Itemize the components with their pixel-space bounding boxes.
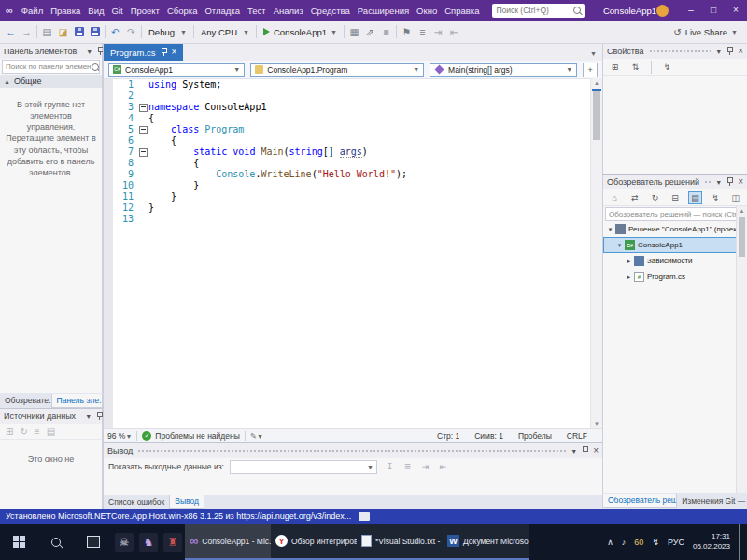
menu-item-11[interactable]: Окно (413, 6, 441, 16)
menu-item-7[interactable]: Тест (244, 6, 270, 16)
solution-search-input[interactable]: Обозреватель решений — поиск (Ctrl+» (605, 207, 745, 221)
drag-grip[interactable] (704, 180, 711, 184)
pinned-app-1-icon[interactable]: ☠ (112, 524, 136, 560)
drag-grip[interactable] (137, 449, 566, 453)
pin-icon[interactable] (726, 47, 733, 56)
right-tab-1[interactable]: Изменения Git — п... (677, 495, 747, 508)
task-view-button[interactable] (75, 524, 112, 560)
tree-item[interactable]: ▸Зависимости (603, 253, 737, 269)
bottom-tab-0[interactable]: Список ошибок (104, 496, 169, 509)
save-icon[interactable] (71, 24, 87, 40)
taskbar-app-visual-studio[interactable]: ∞ConsoleApp1 - Mic... (185, 524, 271, 560)
menu-item-8[interactable]: Анализ (270, 6, 307, 16)
pin-icon[interactable] (161, 48, 167, 57)
refresh-icon[interactable]: ↻ (648, 191, 662, 204)
breakpoint-margin[interactable] (104, 180, 113, 191)
tab-program-cs[interactable]: Program.cs × (104, 44, 183, 61)
close-icon[interactable]: × (593, 446, 599, 455)
expander-icon[interactable]: ▾ (615, 242, 624, 249)
pin-icon[interactable] (96, 412, 103, 421)
menu-item-6[interactable]: Отладка (201, 6, 244, 16)
refresh-icon[interactable]: ↻ (20, 427, 27, 437)
taskbar-search-button[interactable] (37, 524, 75, 560)
menu-item-3[interactable]: Git (107, 6, 126, 16)
code-text[interactable]: } (148, 191, 176, 203)
breakpoint-margin[interactable] (104, 169, 113, 180)
language-indicator[interactable]: РУС (668, 538, 684, 547)
start-button[interactable] (0, 524, 37, 560)
menu-item-4[interactable]: Проект (127, 6, 163, 16)
breakpoint-margin[interactable] (104, 147, 113, 158)
code-text[interactable]: { (148, 135, 176, 147)
add-data-source-icon[interactable]: ⊞ (6, 427, 13, 437)
configure-icon[interactable]: ≡ (35, 427, 40, 437)
code-text[interactable]: { (148, 113, 154, 124)
window-position-icon[interactable]: ▼ (715, 49, 722, 55)
code-text[interactable]: namespace ConsoleApp1 (148, 102, 266, 113)
toolbox-search-input[interactable]: Поиск по панели элемен (2, 60, 100, 74)
collapse-region-icon[interactable] (139, 148, 148, 157)
solution-scrollbar[interactable]: ▲ (736, 206, 747, 493)
redo-icon[interactable]: ↷ (123, 24, 139, 40)
open-folder-icon[interactable]: ◪ (55, 24, 71, 40)
breakpoint-margin[interactable] (104, 102, 113, 113)
menu-item-12[interactable]: Справка (441, 6, 483, 16)
user-avatar[interactable] (656, 5, 669, 17)
volume-icon[interactable]: ♪ (622, 538, 627, 547)
switch-views-icon[interactable]: ⇄ (628, 191, 642, 204)
find-message-icon[interactable]: ↧ (383, 460, 397, 473)
code-cleanup-icon[interactable]: ✎ (250, 431, 257, 441)
new-project-icon[interactable]: ▤ (39, 24, 55, 40)
scrollbar-thumb[interactable] (593, 91, 600, 140)
forward-arrow-icon[interactable]: → (19, 24, 35, 40)
live-share-button[interactable]: ↺ Live Share ▼ (673, 27, 747, 37)
menu-item-1[interactable]: Правка (47, 6, 84, 16)
split-window-button[interactable]: + (583, 63, 598, 77)
show-all-files-icon[interactable]: ▤ (688, 191, 702, 204)
collapse-all-icon[interactable]: ⊟ (669, 191, 683, 204)
expander-icon[interactable]: ▸ (625, 273, 633, 281)
menu-item-0[interactable]: Файл (18, 6, 47, 16)
expander-icon[interactable]: ▾ (606, 226, 614, 233)
toolbox-group-general[interactable]: ▲ Общие (0, 75, 102, 88)
notification-center-button[interactable] (739, 524, 744, 560)
close-button[interactable]: × (725, 0, 747, 21)
clock[interactable]: 17:31 05.02.2023 (693, 532, 730, 552)
left-tab-0[interactable]: Обозревате... (0, 394, 51, 407)
type-dropdown[interactable]: ConsoleApp1.Program ▼ (250, 63, 424, 77)
categorized-icon[interactable]: ⊞ (608, 61, 622, 74)
code-text[interactable]: using System; (148, 79, 221, 91)
taskbar-app-notepad[interactable]: *Visual Studio.txt - ... (357, 524, 443, 560)
property-pages-icon[interactable]: ↯ (660, 61, 674, 74)
breakpoint-margin[interactable] (104, 79, 113, 91)
close-tab-icon[interactable]: × (172, 48, 177, 57)
spaces-indicator[interactable]: Пробелы (518, 431, 552, 441)
scrollbar-thumb[interactable] (739, 217, 745, 257)
pin-icon[interactable] (726, 177, 733, 187)
breakpoint-margin[interactable] (104, 158, 113, 169)
back-arrow-icon[interactable]: ← (3, 24, 19, 40)
collapse-region-icon[interactable] (139, 104, 148, 112)
attach-process-icon[interactable]: ⇗ (362, 24, 378, 40)
bookmark-icon[interactable]: ⚑ (399, 24, 415, 40)
window-position-icon[interactable]: ▼ (86, 49, 92, 55)
save-all-icon[interactable] (87, 24, 103, 40)
properties-icon[interactable]: ↯ (709, 191, 723, 204)
taskbar-app-yandex-browser[interactable]: YОбзор интегриров... (271, 524, 357, 560)
battery-indicator[interactable]: 60 (634, 538, 643, 547)
breakpoint-margin[interactable] (104, 91, 113, 102)
alphabetical-icon[interactable]: ⇅ (628, 61, 642, 74)
list-members-icon[interactable]: ≡ (415, 24, 430, 40)
maximize-button[interactable]: □ (702, 0, 725, 21)
member-dropdown[interactable]: Main(string[] args) ▼ (430, 63, 577, 77)
bottom-tab-1[interactable]: Вывод (169, 495, 204, 509)
breakpoint-margin[interactable] (104, 203, 113, 214)
taskbar-app-word[interactable]: WДокумент Microso... (443, 524, 529, 560)
stop-icon[interactable]: ■ (378, 24, 394, 40)
health-status-label[interactable]: Проблемы не найдены (155, 431, 240, 441)
window-position-icon[interactable]: ▼ (571, 448, 577, 455)
code-text[interactable]: } (148, 203, 154, 214)
code-editor[interactable]: 1using System;23namespace ConsoleApp14{5… (104, 79, 602, 429)
pinned-app-2-icon[interactable]: ♞ (136, 524, 161, 560)
undo-icon[interactable]: ↶ (107, 24, 123, 40)
